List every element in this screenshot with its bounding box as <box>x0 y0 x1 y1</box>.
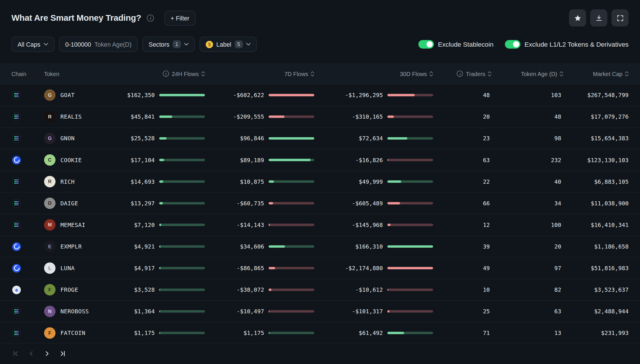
table-row[interactable]: F FATCOIN $1,175 $1,175 $61,492 71 13 $2… <box>0 322 640 344</box>
smart-money-dashboard: What Are Smart Money Trading? i + Filter… <box>0 0 640 364</box>
table-row[interactable]: L LUNA $4,917 -$86,865 -$2,174,880 49 97… <box>0 257 640 279</box>
table-row[interactable]: E EXMPLR $4,921 $34,606 $166,310 39 20 $… <box>0 236 640 257</box>
solana-chain-icon <box>12 329 21 337</box>
filter-button[interactable]: + Filter <box>164 10 196 25</box>
token-cell[interactable]: F FROGE <box>44 284 113 295</box>
next-page-button[interactable] <box>43 350 51 357</box>
table-row[interactable]: F FROGE $3,528 -$38,072 -$10,612 10 82 $… <box>0 279 640 300</box>
column-header-24h-flows[interactable]: i 24H Flows <box>113 70 205 77</box>
token-age-cell: 48 <box>496 113 563 121</box>
flow-bar-fill <box>387 202 400 204</box>
market-cap-value: $267,548,799 <box>587 92 628 98</box>
flow-30d-value: -$2,174,880 <box>345 265 383 272</box>
flow-bar <box>387 115 433 118</box>
flow-bar-fill <box>268 94 314 96</box>
flow-24h-cell: $45,841 <box>113 113 205 120</box>
token-cell[interactable]: F FATCOIN <box>44 327 113 339</box>
table-row[interactable]: R RICH $14,693 $10,875 $49,999 22 40 $6,… <box>0 170 640 192</box>
token-name: FROGE <box>60 287 78 293</box>
token-cell[interactable]: C COOKIE <box>44 154 113 166</box>
title-info-icon[interactable]: i <box>147 14 154 21</box>
base-chain-icon <box>12 264 21 272</box>
flow-7d-cell: -$602,622 <box>205 92 314 98</box>
exclude-l1l2-toggle[interactable]: Exclude L1/L2 Tokens & Derivatives <box>505 40 628 49</box>
traders-value: 10 <box>483 287 490 293</box>
column-header-token-age[interactable]: Token Age (D) <box>496 70 563 77</box>
column-header-market-cap[interactable]: Market Cap <box>563 70 629 77</box>
token-avatar: G <box>44 133 56 144</box>
flow-bar-fill <box>268 137 314 140</box>
market-cap-value: $15,654,383 <box>591 135 628 142</box>
token-age-value: 13 <box>554 329 561 336</box>
column-header-30d-flows[interactable]: 30D Flows <box>314 70 433 77</box>
flow-bar-fill <box>159 115 172 118</box>
download-button[interactable] <box>590 10 607 27</box>
token-age-cell: 97 <box>496 264 563 272</box>
flow-bar-fill <box>387 331 404 334</box>
sort-icon <box>201 71 205 77</box>
column-header-token: Token <box>44 70 113 77</box>
sectors-filter[interactable]: Sectors 1 <box>143 37 195 52</box>
flow-24h-value: $25,528 <box>130 135 155 142</box>
token-cell[interactable]: R RICH <box>44 176 113 187</box>
token-cell[interactable]: E EXMPLR <box>44 241 113 252</box>
column-header-traders[interactable]: i Traders <box>433 70 497 77</box>
info-icon[interactable]: i <box>163 71 169 77</box>
chain-cell <box>12 242 44 251</box>
flow-30d-value: $72,634 <box>359 135 383 142</box>
table-row[interactable]: G GOAT $162,350 -$602,622 -$1,296,295 48… <box>0 84 640 106</box>
star-icon <box>574 14 582 22</box>
token-cell[interactable]: D DAIGE <box>44 198 113 209</box>
table-row[interactable]: N NEROBOSS $1,364 -$10,497 -$101,317 25 … <box>0 300 640 322</box>
table-row[interactable]: D DAIGE $13,297 -$60,735 -$605,489 66 34… <box>0 192 640 214</box>
flow-30d-value: -$1,296,295 <box>345 92 383 98</box>
market-cap-cell: $6,883,105 <box>563 178 629 185</box>
table-row[interactable]: C COOKIE $17,104 $89,189 -$16,826 63 232… <box>0 149 640 170</box>
token-age-filter[interactable]: 0-100000 Token Age(D) <box>59 37 138 52</box>
toggle-knob <box>427 41 433 47</box>
token-cell[interactable]: G GNON <box>44 133 113 144</box>
market-cap-value: $123,130,103 <box>587 157 628 163</box>
token-age-label: Token Age(D) <box>94 41 132 48</box>
flow-bar-fill <box>268 310 269 313</box>
pagination <box>0 344 640 363</box>
label-filter[interactable]: $ Label 5 <box>200 37 257 52</box>
info-icon[interactable]: i <box>457 71 463 77</box>
token-cell[interactable]: R REALIS <box>44 111 113 122</box>
exclude-stablecoin-toggle[interactable]: Exclude Stablecoin <box>418 40 493 49</box>
filter-button-label: + Filter <box>171 14 190 21</box>
token-cell[interactable]: N NEROBOSS <box>44 306 113 317</box>
table-row[interactable]: G GNON $25,528 $96,846 $72,634 23 98 $15… <box>0 127 640 149</box>
column-header-7d-flows[interactable]: 7D Flows <box>205 70 314 77</box>
token-age-value: 34 <box>554 200 561 206</box>
flow-bar-fill <box>387 289 388 291</box>
token-cell[interactable]: M MEMESAI <box>44 219 113 231</box>
flow-24h-cell: $14,693 <box>113 178 205 185</box>
fullscreen-button[interactable] <box>611 10 629 27</box>
favorite-button[interactable] <box>569 10 586 27</box>
market-cap-filter[interactable]: All Caps <box>12 37 54 52</box>
token-name: FATCOIN <box>60 329 86 336</box>
token-age-cell: 98 <box>496 135 563 142</box>
table-row[interactable]: R REALIS $45,841 -$209,555 -$310,165 20 … <box>0 106 640 127</box>
token-cell[interactable]: L LUNA <box>44 262 113 274</box>
toggle-switch-icon[interactable] <box>505 40 520 49</box>
flow-bar-fill <box>387 115 394 118</box>
sort-icon <box>625 71 629 77</box>
table-row[interactable]: M MEMESAI $7,120 -$14,143 -$145,968 12 1… <box>0 214 640 236</box>
token-name: GOAT <box>60 92 75 98</box>
flow-bar-fill <box>387 159 388 161</box>
flow-7d-value: -$86,865 <box>236 265 264 272</box>
token-cell[interactable]: G GOAT <box>44 89 113 101</box>
flow-24h-value: $3,528 <box>134 287 155 293</box>
filters-row: All Caps 0-100000 Token Age(D) Sectors 1… <box>0 37 640 52</box>
flow-bar <box>268 94 314 96</box>
flow-bar <box>159 115 205 118</box>
last-page-button[interactable] <box>59 350 67 357</box>
token-age-value: 98 <box>554 135 561 142</box>
flow-bar-fill <box>268 159 310 161</box>
toggle-switch-icon[interactable] <box>418 40 434 49</box>
flow-bar <box>387 310 433 313</box>
smart-money-table: Chain Token i 24H Flows 7D Flows 30D Flo… <box>0 63 640 344</box>
flow-30d-value: -$16,826 <box>355 157 383 163</box>
